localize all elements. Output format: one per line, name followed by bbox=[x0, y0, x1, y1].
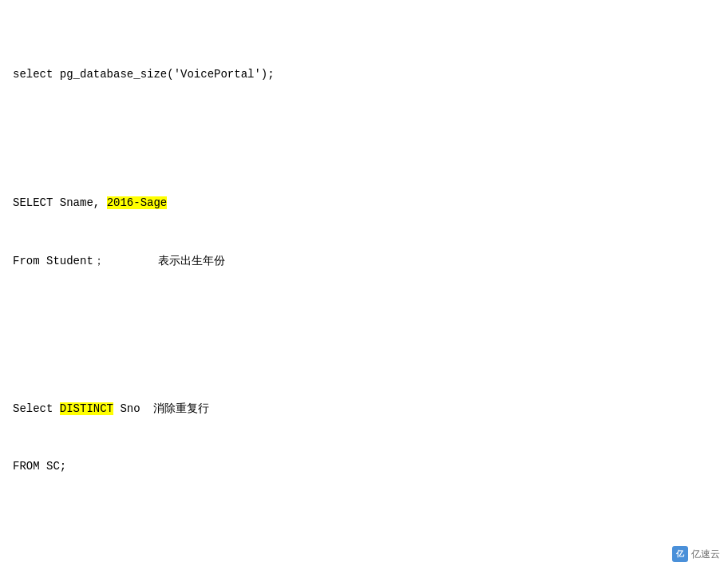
empty-line-1 bbox=[13, 122, 715, 136]
comment-distinct: 消除重复行 bbox=[153, 402, 209, 414]
empty-line-3 bbox=[13, 533, 715, 547]
line-5: FROM SC; bbox=[13, 457, 715, 477]
watermark: 亿 亿速云 bbox=[672, 546, 720, 562]
highlight-distinct: DISTINCT bbox=[60, 402, 113, 415]
code-content: select pg_database_size('VoicePortal'); … bbox=[13, 8, 715, 570]
watermark-logo: 亿 bbox=[672, 546, 688, 562]
line-1: select pg_database_size('VoicePortal'); bbox=[13, 65, 715, 85]
line-2: SELECT Sname, 2016-Sage bbox=[13, 193, 715, 213]
line-4: Select DISTINCT Sno 消除重复行 bbox=[13, 398, 715, 419]
line-3: From Student； 表示出生年份 bbox=[13, 251, 715, 271]
watermark-text: 亿速云 bbox=[691, 548, 720, 561]
highlight-2016-sage: 2016-Sage bbox=[107, 196, 168, 209]
watermark-logo-text: 亿 bbox=[676, 548, 684, 560]
comment-birthyear: 表示出生年份 bbox=[158, 254, 225, 267]
empty-line-2 bbox=[13, 328, 715, 342]
